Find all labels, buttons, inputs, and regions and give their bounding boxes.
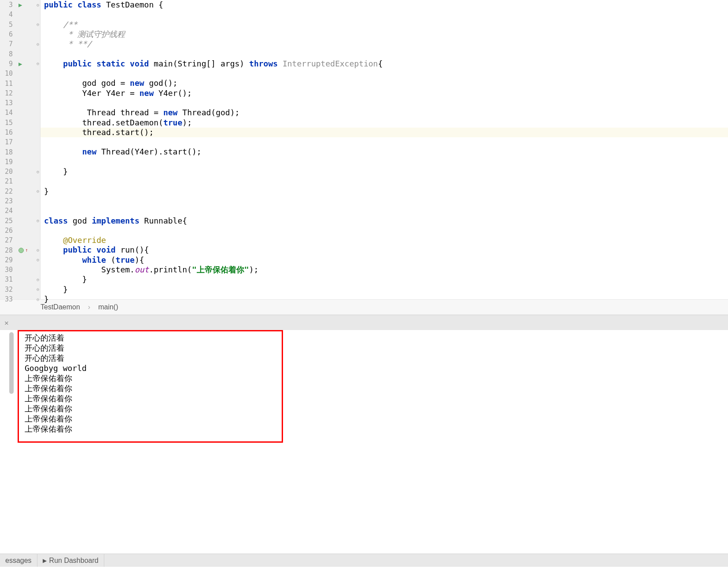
line-number: 28 <box>0 246 15 254</box>
line-number: 20 <box>0 168 15 176</box>
gutter-row[interactable]: 11 <box>0 78 40 88</box>
tab-run-dashboard[interactable]: ▶ Run Dashboard <box>37 554 104 567</box>
code-line[interactable]: * **/ <box>40 39 728 49</box>
code-line[interactable]: while (true){ <box>40 255 728 265</box>
line-number: 9 <box>0 60 15 68</box>
code-line[interactable]: public static void main(String[] args) t… <box>40 59 728 69</box>
code-line[interactable]: thread.start(); <box>40 128 728 137</box>
run-icon[interactable]: ▶ <box>18 60 22 67</box>
fold-icon[interactable]: ⊖ <box>37 277 39 282</box>
code-line[interactable]: god god = new god(); <box>40 78 728 88</box>
code-line[interactable] <box>40 98 728 108</box>
line-number: 13 <box>0 99 15 107</box>
code-line[interactable] <box>40 206 728 216</box>
gutter-row[interactable]: 7⊖ <box>0 39 40 49</box>
code-line[interactable]: public void run(){ <box>40 245 728 255</box>
code-line[interactable] <box>40 69 728 78</box>
gutter-row[interactable]: 24 <box>0 206 40 216</box>
code-line[interactable]: public class TestDaemon { <box>40 0 728 10</box>
gutter-row[interactable]: 29⊖ <box>0 255 40 265</box>
code-line[interactable]: class god implements Runnable{ <box>40 216 728 226</box>
code-area[interactable]: public class TestDaemon { /** * 测试守护线程 *… <box>40 0 728 299</box>
code-line[interactable] <box>40 10 728 19</box>
console-line: 开心的活着 <box>11 353 717 363</box>
fold-icon[interactable]: ⊖ <box>37 3 39 7</box>
console-output[interactable]: 开心的活着开心的活着开心的活着Googbyg world上帝保佑着你上帝保佑着你… <box>0 330 728 554</box>
fold-icon[interactable]: ⊖ <box>37 218 39 223</box>
code-line[interactable]: } <box>40 294 728 304</box>
code-line[interactable] <box>40 49 728 59</box>
code-line[interactable]: @Override <box>40 235 728 245</box>
line-number: 10 <box>0 70 15 77</box>
gutter-row[interactable]: 17 <box>0 137 40 147</box>
line-number: 22 <box>0 187 15 195</box>
tab-label: Run Dashboard <box>49 557 99 565</box>
code-line[interactable]: Y4er Y4er = new Y4er(); <box>40 88 728 98</box>
gutter-row[interactable]: 9▶⊖ <box>0 59 40 69</box>
gutter-row[interactable]: 18 <box>0 147 40 157</box>
gutter[interactable]: 3▶⊖45⊖67⊖89▶⊖1011121314151617181920⊖2122… <box>0 0 40 299</box>
gutter-row[interactable]: 32⊖ <box>0 285 40 294</box>
gutter-row[interactable]: 6 <box>0 29 40 39</box>
gutter-row[interactable]: 15 <box>0 118 40 128</box>
code-line[interactable]: System.out.println("上帝保佑着你"); <box>40 265 728 275</box>
fold-icon[interactable]: ⊖ <box>37 189 39 194</box>
gutter-row[interactable]: 28↑⊖ <box>0 245 40 255</box>
fold-icon[interactable]: ⊖ <box>37 257 39 262</box>
gutter-row[interactable]: 30 <box>0 265 40 275</box>
fold-icon[interactable]: ⊖ <box>37 248 39 253</box>
breadcrumb-item[interactable]: TestDaemon <box>40 303 80 311</box>
gutter-row[interactable]: 27 <box>0 235 40 245</box>
gutter-row[interactable]: 23 <box>0 196 40 206</box>
gutter-row[interactable]: 16 <box>0 128 40 137</box>
code-line[interactable] <box>40 137 728 147</box>
gutter-row[interactable]: 12 <box>0 88 40 98</box>
code-line[interactable] <box>40 196 728 206</box>
gutter-row[interactable]: 14 <box>0 108 40 117</box>
gutter-row[interactable]: 25⊖ <box>0 216 40 226</box>
code-line[interactable]: } <box>40 167 728 176</box>
code-line[interactable]: new Thread(Y4er).start(); <box>40 147 728 157</box>
console-line: 开心的活着 <box>11 343 717 353</box>
code-line[interactable] <box>40 157 728 167</box>
code-line[interactable]: } <box>40 285 728 294</box>
code-line[interactable]: thread.setDaemon(true); <box>40 118 728 128</box>
code-line[interactable] <box>40 226 728 235</box>
gutter-row[interactable]: 21 <box>0 176 40 186</box>
gutter-row[interactable]: 3▶⊖ <box>0 0 40 10</box>
line-number: 27 <box>0 236 15 244</box>
gutter-row[interactable]: 26 <box>0 226 40 235</box>
code-line[interactable]: } <box>40 275 728 284</box>
breadcrumb-item[interactable]: main() <box>98 303 118 311</box>
gutter-row[interactable]: 13 <box>0 98 40 108</box>
fold-icon[interactable]: ⊖ <box>37 61 39 66</box>
gutter-row[interactable]: 31⊖ <box>0 275 40 284</box>
gutter-row[interactable]: 8 <box>0 49 40 59</box>
gutter-row[interactable]: 20⊖ <box>0 167 40 176</box>
line-number: 31 <box>0 275 15 283</box>
console-line: 上帝保佑着你 <box>11 393 717 404</box>
tab-messages[interactable]: essages <box>0 554 37 567</box>
override-icon[interactable] <box>18 248 24 253</box>
code-line[interactable] <box>40 176 728 186</box>
gutter-row[interactable]: 4 <box>0 10 40 19</box>
gutter-row[interactable]: 19 <box>0 157 40 167</box>
code-line[interactable]: Thread thread = new Thread(god); <box>40 108 728 117</box>
fold-icon[interactable]: ⊖ <box>37 169 39 174</box>
code-line[interactable]: } <box>40 187 728 196</box>
line-number: 29 <box>0 256 15 264</box>
gutter-row[interactable]: 5⊖ <box>0 20 40 29</box>
run-icon[interactable]: ▶ <box>18 1 22 8</box>
code-line[interactable]: /** <box>40 20 728 29</box>
gutter-row[interactable]: 22⊖ <box>0 187 40 196</box>
console-line: 上帝保佑着你 <box>11 404 717 414</box>
close-icon[interactable]: ✕ <box>2 318 11 328</box>
scrollbar-thumb[interactable] <box>9 332 14 394</box>
gutter-row[interactable]: 33⊖ <box>0 294 40 304</box>
fold-icon[interactable]: ⊖ <box>37 297 39 302</box>
gutter-row[interactable]: 10 <box>0 69 40 78</box>
fold-icon[interactable]: ⊖ <box>37 42 39 47</box>
fold-icon[interactable]: ⊖ <box>37 287 39 292</box>
fold-icon[interactable]: ⊖ <box>37 22 39 27</box>
code-line[interactable]: * 测试守护线程 <box>40 29 728 39</box>
